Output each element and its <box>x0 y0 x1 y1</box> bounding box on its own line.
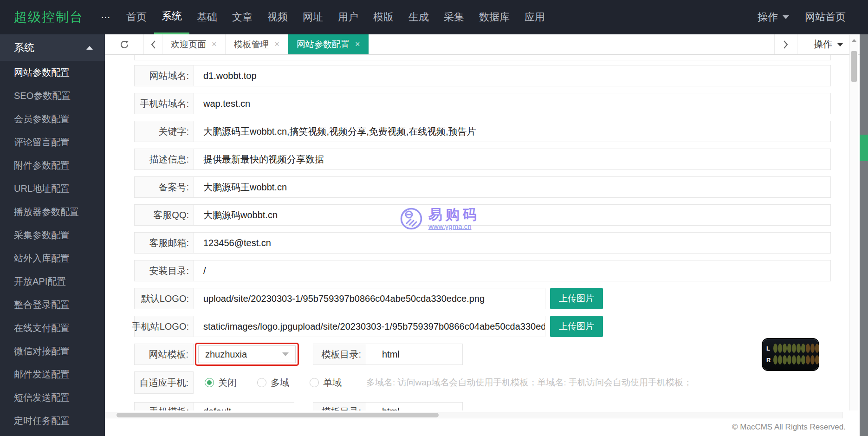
nav-template[interactable]: 模版 <box>366 0 401 34</box>
sidebar-item-seo-config[interactable]: SEO参数配置 <box>0 84 105 107</box>
close-icon[interactable]: × <box>212 39 217 49</box>
form-row-description: 描述信息: <box>134 149 831 170</box>
field-label: 安装目录: <box>135 260 194 281</box>
mobile-logo-input[interactable] <box>203 321 545 332</box>
close-icon[interactable]: × <box>355 39 360 49</box>
sidebar-item-player-config[interactable]: 播放器参数配置 <box>0 200 105 223</box>
caret-down-icon <box>282 352 289 356</box>
scrolled-row-sliver <box>134 55 831 60</box>
field-label: 备案号: <box>135 177 194 197</box>
site-template-select[interactable]: zhuzhuxia <box>198 345 296 363</box>
site-domain-input[interactable] <box>203 71 830 81</box>
nav-weburl[interactable]: 网址 <box>295 0 330 34</box>
field-label-adaptive: 自适应手机: <box>134 371 194 394</box>
nav-video[interactable]: 视频 <box>260 0 295 34</box>
sidebar-item-collect-config[interactable]: 采集参数配置 <box>0 223 105 247</box>
sidebar-item-online-pay-config[interactable]: 在线支付配置 <box>0 316 105 339</box>
radio-adaptive-off[interactable]: 关闭 <box>205 377 237 389</box>
site-home-link[interactable]: 网站首页 <box>805 10 846 24</box>
sidebar-item-email-config[interactable]: 邮件发送配置 <box>0 363 105 386</box>
tab-label: 模板管理 <box>234 39 269 51</box>
tab-label: 网站参数配置 <box>297 39 350 51</box>
sidebar-item-offsite-store-config[interactable]: 站外入库配置 <box>0 247 105 270</box>
nav-collect[interactable]: 采集 <box>436 0 472 34</box>
form-row-mobile-domain: 手机站域名: <box>134 93 831 114</box>
field-label: 客服QQ: <box>135 205 194 225</box>
sidebar-item-wechat-config[interactable]: 微信对接配置 <box>0 339 105 363</box>
refresh-icon <box>119 39 130 50</box>
service-email-input[interactable] <box>203 238 830 248</box>
tab-scroll-left-button[interactable] <box>144 34 162 54</box>
field-label: 模板目录: <box>313 344 366 364</box>
sidebar-item-open-api-config[interactable]: 开放API配置 <box>0 270 105 293</box>
tab-site-param-config[interactable]: 网站参数配置 × <box>288 34 369 54</box>
chevron-left-icon <box>150 39 156 50</box>
sidebar: 系统 网站参数配置 SEO参数配置 会员参数配置 评论留言配置 附件参数配置 U… <box>0 34 105 436</box>
nav-database[interactable]: 数据库 <box>472 0 517 34</box>
install-dir-input[interactable] <box>203 266 830 276</box>
radio-icon <box>205 378 214 387</box>
more-menu-icon[interactable]: ⋯ <box>97 12 115 23</box>
sidebar-item-oauth-login-config[interactable]: 整合登录配置 <box>0 293 105 316</box>
form-row-service-qq: 客服QQ: <box>134 204 831 226</box>
tab-template-manage[interactable]: 模板管理 × <box>226 34 289 54</box>
audio-level-meter: L R <box>763 339 818 370</box>
horizontal-scrollbar[interactable] <box>105 412 843 418</box>
scroll-up-arrow-icon[interactable] <box>851 39 857 42</box>
refresh-button[interactable] <box>105 34 144 54</box>
service-qq-input[interactable] <box>203 210 830 221</box>
sidebar-item-sms-config[interactable]: 短信发送配置 <box>0 386 105 409</box>
sidebar-item-site-config[interactable]: 网站参数配置 <box>0 61 105 84</box>
sidebar-item-member-config[interactable]: 会员参数配置 <box>0 107 105 130</box>
sidebar-item-cron-config[interactable]: 定时任务配置 <box>0 409 105 432</box>
tab-welcome[interactable]: 欢迎页面 × <box>162 34 226 54</box>
topbar-right: 操作 网站首页 <box>758 10 846 24</box>
keywords-input[interactable] <box>203 126 830 137</box>
upload-mobile-logo-button[interactable]: 上传图片 <box>550 316 603 337</box>
sidebar-item-comment-config[interactable]: 评论留言配置 <box>0 130 105 154</box>
horizontal-scrollbar-thumb[interactable] <box>117 413 439 417</box>
form-row-install-dir: 安装目录: <box>134 260 831 281</box>
topbar-action-dropdown[interactable]: 操作 <box>758 10 789 24</box>
upload-default-logo-button[interactable]: 上传图片 <box>550 288 603 309</box>
tab-action-label: 操作 <box>814 38 832 51</box>
outer-scrollbar-thumb[interactable] <box>860 135 868 161</box>
description-input[interactable] <box>203 154 830 165</box>
radio-adaptive-single-domain[interactable]: 单域 <box>310 377 342 389</box>
field-label: 手机站域名: <box>135 93 194 114</box>
field-label: 网站域名: <box>135 65 194 86</box>
radio-label: 多域 <box>271 377 289 389</box>
nav-user[interactable]: 用户 <box>330 0 366 34</box>
default-logo-input[interactable] <box>203 293 545 304</box>
outer-scrollbar[interactable] <box>860 34 868 436</box>
vertical-scrollbar-thumb[interactable] <box>851 51 857 82</box>
sidebar-group-system[interactable]: 系统 <box>0 34 105 61</box>
icp-number-input[interactable] <box>203 182 830 193</box>
nav-basic[interactable]: 基础 <box>189 0 225 34</box>
form-row-default-logo: 默认LOGO: <box>134 288 545 309</box>
tabbar: 欢迎页面 × 模板管理 × 网站参数配置 × 操作 <box>105 34 860 55</box>
field-label: 客服邮箱: <box>135 233 194 253</box>
mobile-domain-input[interactable] <box>203 98 830 109</box>
close-icon[interactable]: × <box>275 39 280 49</box>
nav-app[interactable]: 应用 <box>517 0 552 34</box>
sidebar-item-attachment-config[interactable]: 附件参数配置 <box>0 154 105 177</box>
chevron-right-icon <box>783 39 789 50</box>
meter-right-channel: R <box>766 355 815 365</box>
nav-system[interactable]: 系统 <box>154 0 189 34</box>
template-dir-input[interactable] <box>382 349 462 360</box>
brand-title: 超级控制台 <box>14 8 97 26</box>
tab-scroll-right-button[interactable] <box>774 34 797 54</box>
adaptive-radio-group: 关闭 多域 单域 <box>205 371 342 394</box>
sidebar-group-label: 系统 <box>14 41 34 55</box>
nav-generate[interactable]: 生成 <box>401 0 436 34</box>
nav-home[interactable]: 首页 <box>119 0 154 34</box>
adaptive-hint-text: 多域名: 访问wap域名会自动使用手机模板；单域名: 手机访问会自动使用手机模板… <box>366 371 692 394</box>
sidebar-item-url-config[interactable]: URL地址配置 <box>0 177 105 200</box>
form-row-site-domain: 网站域名: <box>134 65 831 86</box>
tabbar-spacer <box>369 34 774 54</box>
nav-article[interactable]: 文章 <box>225 0 260 34</box>
vertical-scrollbar[interactable] <box>849 35 858 410</box>
topbar-action-label: 操作 <box>758 10 778 24</box>
radio-adaptive-multi-domain[interactable]: 多域 <box>257 377 289 389</box>
